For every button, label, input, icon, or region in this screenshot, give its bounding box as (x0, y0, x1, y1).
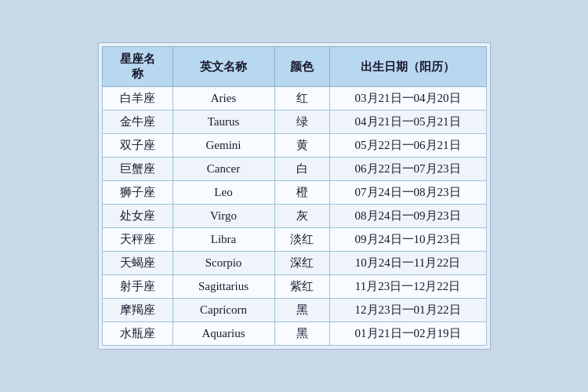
cell-date: 07月24日一08月23日 (329, 181, 486, 205)
cell-english: Aries (172, 87, 274, 111)
cell-color: 灰 (274, 205, 329, 228)
cell-color: 绿 (274, 111, 329, 134)
cell-color: 深红 (274, 252, 329, 275)
cell-english: Virgo (172, 205, 274, 228)
cell-chinese: 天蝎座 (102, 252, 172, 275)
zodiac-table-container: 星座名称 英文名称 颜色 出生日期（阳历） 白羊座Aries红03月21日一04… (98, 42, 491, 350)
cell-english: Taurus (172, 111, 274, 134)
cell-date: 12月23日一01月22日 (329, 299, 486, 322)
zodiac-table: 星座名称 英文名称 颜色 出生日期（阳历） 白羊座Aries红03月21日一04… (102, 46, 487, 346)
cell-color: 红 (274, 87, 329, 111)
table-row: 白羊座Aries红03月21日一04月20日 (102, 87, 486, 111)
table-row: 射手座Sagittarius紫红11月23日一12月22日 (102, 275, 486, 299)
cell-date: 11月23日一12月22日 (329, 275, 486, 299)
table-row: 处女座Virgo灰08月24日一09月23日 (102, 205, 486, 228)
cell-date: 06月22日一07月23日 (329, 158, 486, 181)
cell-date: 05月22日一06月21日 (329, 134, 486, 158)
table-header-row: 星座名称 英文名称 颜色 出生日期（阳历） (102, 47, 486, 87)
cell-date: 08月24日一09月23日 (329, 205, 486, 228)
table-row: 巨蟹座Cancer白06月22日一07月23日 (102, 158, 486, 181)
table-row: 双子座Gemini黄05月22日一06月21日 (102, 134, 486, 158)
cell-chinese: 天秤座 (102, 228, 172, 252)
cell-chinese: 白羊座 (102, 87, 172, 111)
table-row: 水瓶座Aquarius黑01月21日一02月19日 (102, 322, 486, 346)
table-row: 金牛座Taurus绿04月21日一05月21日 (102, 111, 486, 134)
table-row: 天蝎座Scorpio深红10月24日一11月22日 (102, 252, 486, 275)
cell-chinese: 巨蟹座 (102, 158, 172, 181)
cell-color: 黄 (274, 134, 329, 158)
cell-chinese: 处女座 (102, 205, 172, 228)
cell-date: 03月21日一04月20日 (329, 87, 486, 111)
cell-english: Scorpio (172, 252, 274, 275)
cell-english: Leo (172, 181, 274, 205)
cell-english: Libra (172, 228, 274, 252)
cell-english: Gemini (172, 134, 274, 158)
cell-chinese: 金牛座 (102, 111, 172, 134)
cell-date: 10月24日一11月22日 (329, 252, 486, 275)
cell-color: 黑 (274, 322, 329, 346)
cell-color: 淡红 (274, 228, 329, 252)
table-row: 狮子座Leo橙07月24日一08月23日 (102, 181, 486, 205)
header-date: 出生日期（阳历） (329, 47, 486, 87)
cell-color: 白 (274, 158, 329, 181)
header-color: 颜色 (274, 47, 329, 87)
cell-color: 黑 (274, 299, 329, 322)
cell-english: Sagittarius (172, 275, 274, 299)
cell-date: 09月24日一10月23日 (329, 228, 486, 252)
cell-date: 04月21日一05月21日 (329, 111, 486, 134)
table-row: 天秤座Libra淡红09月24日一10月23日 (102, 228, 486, 252)
cell-chinese: 双子座 (102, 134, 172, 158)
cell-english: Cancer (172, 158, 274, 181)
cell-chinese: 狮子座 (102, 181, 172, 205)
cell-english: Capricorn (172, 299, 274, 322)
table-row: 摩羯座Capricorn黑12月23日一01月22日 (102, 299, 486, 322)
cell-chinese: 射手座 (102, 275, 172, 299)
header-english: 英文名称 (172, 47, 274, 87)
cell-chinese: 摩羯座 (102, 299, 172, 322)
header-chinese: 星座名称 (102, 47, 172, 87)
cell-color: 橙 (274, 181, 329, 205)
cell-date: 01月21日一02月19日 (329, 322, 486, 346)
cell-chinese: 水瓶座 (102, 322, 172, 346)
cell-color: 紫红 (274, 275, 329, 299)
cell-english: Aquarius (172, 322, 274, 346)
